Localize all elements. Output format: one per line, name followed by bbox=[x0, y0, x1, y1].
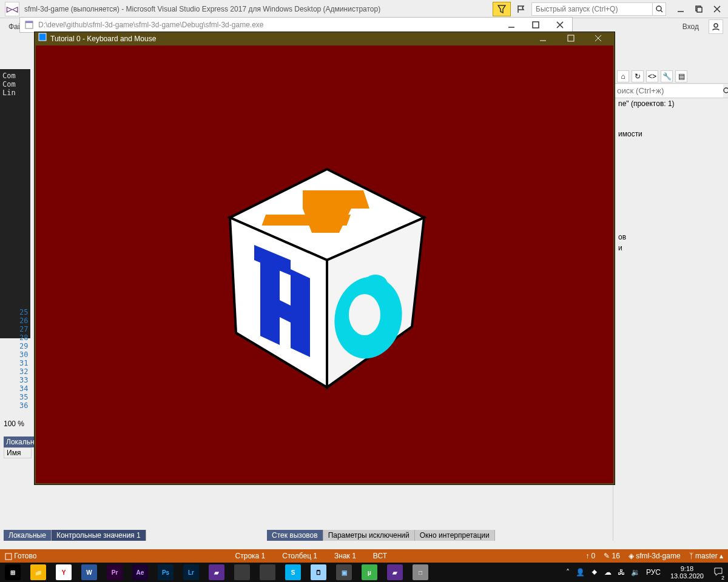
tray-volume-icon[interactable]: 🔉 bbox=[631, 568, 640, 577]
taskbar-app-photoshop[interactable]: Ps bbox=[158, 564, 174, 580]
search-icon[interactable] bbox=[723, 84, 728, 98]
svg-rect-15 bbox=[262, 215, 351, 226]
feedback-flag-icon[interactable] bbox=[513, 2, 529, 16]
svg-rect-5 bbox=[5, 554, 12, 560]
home-icon[interactable]: ⌂ bbox=[617, 70, 629, 82]
console-path: D:\devel\github\sfml-3d-game\sfml-3d-gam… bbox=[38, 21, 499, 29]
locals-name-header: Имя bbox=[4, 447, 32, 458]
solution-node[interactable]: ов bbox=[613, 232, 728, 242]
svg-rect-10 bbox=[568, 35, 574, 41]
game-viewport[interactable] bbox=[36, 45, 613, 483]
tray-lang[interactable]: РУС bbox=[646, 568, 661, 577]
line-number: 29 bbox=[19, 342, 28, 350]
console-minimize-button[interactable] bbox=[499, 18, 524, 32]
editor-zoom[interactable]: 100 % bbox=[4, 420, 24, 428]
taskbar-app-lightroom[interactable]: Lr bbox=[183, 564, 199, 580]
notifications-funnel-icon[interactable] bbox=[493, 2, 511, 16]
taskbar-app-sfml-running[interactable]: □ bbox=[413, 564, 428, 580]
svg-point-21 bbox=[349, 294, 380, 335]
tray-network-icon[interactable]: 🖧 bbox=[618, 568, 625, 577]
status-branch[interactable]: ᛉ master ▴ bbox=[689, 549, 723, 563]
properties-icon[interactable]: 🔧 bbox=[661, 70, 673, 82]
tray-clock[interactable]: 9:18 13.03.2020 bbox=[667, 565, 707, 580]
cube-render bbox=[212, 163, 442, 393]
solution-projects[interactable]: ne" (проектов: 1) bbox=[613, 98, 728, 109]
game-maximize-button[interactable] bbox=[558, 32, 584, 44]
taskbar-app-terminal[interactable]: ▣ bbox=[336, 564, 352, 580]
line-number: 28 bbox=[19, 333, 28, 342]
status-line: Строка 1 bbox=[235, 549, 266, 563]
debug-tabs-right: Стек вызовов Параметры исключений Окно и… bbox=[267, 530, 495, 541]
publish-edits[interactable]: ✎ 16 bbox=[604, 549, 620, 563]
game-window: Tutorial 0 - Keyboard and Mouse bbox=[34, 32, 615, 485]
console-close-button[interactable] bbox=[548, 18, 572, 32]
taskbar-app-vs-running[interactable]: ▰ bbox=[387, 564, 403, 580]
maximize-button[interactable] bbox=[690, 2, 707, 16]
user-icon[interactable] bbox=[709, 19, 723, 34]
taskbar-app-pycharm[interactable] bbox=[234, 564, 250, 580]
login-link[interactable]: Вход bbox=[679, 18, 703, 35]
status-project-name: sfml-3d-game bbox=[636, 552, 680, 560]
console-maximize-button[interactable] bbox=[524, 18, 548, 32]
show-all-icon[interactable]: ▤ bbox=[675, 70, 687, 82]
console-icon bbox=[22, 18, 36, 32]
line-number: 27 bbox=[19, 325, 28, 333]
taskbar-app-aftereffects[interactable]: Ae bbox=[132, 564, 148, 580]
solution-search-input[interactable] bbox=[613, 84, 723, 98]
svg-point-22 bbox=[363, 275, 388, 294]
game-titlebar: Tutorial 0 - Keyboard and Mouse bbox=[35, 32, 615, 45]
taskbar-app-skype[interactable]: S bbox=[285, 564, 301, 580]
search-icon[interactable] bbox=[653, 2, 666, 16]
tab-watch[interactable]: Контрольные значения 1 bbox=[52, 530, 146, 541]
status-branch-name: master bbox=[695, 552, 718, 560]
solution-deps[interactable]: имости bbox=[613, 129, 728, 139]
close-button[interactable] bbox=[709, 2, 726, 16]
game-close-button[interactable] bbox=[585, 32, 611, 44]
line-number: 33 bbox=[19, 376, 28, 384]
svg-rect-2 bbox=[697, 7, 702, 12]
status-col: Столбец 1 bbox=[282, 549, 317, 563]
taskbar-app-premiere[interactable]: Pr bbox=[107, 564, 123, 580]
tray-dropbox-icon[interactable]: ⯁ bbox=[591, 568, 598, 577]
game-icon bbox=[38, 32, 47, 45]
publish-up-count: 0 bbox=[592, 552, 596, 560]
taskbar-app-word[interactable]: W bbox=[81, 564, 97, 580]
svg-rect-9 bbox=[39, 33, 46, 41]
status-ready: Готово bbox=[5, 549, 36, 563]
game-minimize-button[interactable] bbox=[530, 32, 556, 44]
tray-notifications-icon[interactable]: 2 bbox=[713, 567, 723, 578]
line-number: 25 bbox=[19, 308, 28, 316]
tab-immediate[interactable]: Окно интерпретации bbox=[415, 530, 495, 541]
refresh-icon[interactable]: ↻ bbox=[632, 70, 644, 82]
status-project[interactable]: ◈ sfml-3d-game bbox=[629, 549, 681, 563]
system-tray: ˄ 👤 ⯁ ☁ 🖧 🔉 РУС 9:18 13.03.2020 2 bbox=[561, 565, 728, 580]
tray-cloud-icon[interactable]: ☁ bbox=[604, 568, 612, 577]
minimize-button[interactable] bbox=[672, 2, 689, 16]
solution-node[interactable]: и bbox=[613, 242, 728, 253]
svg-rect-8 bbox=[533, 22, 539, 28]
taskbar-app-start[interactable]: ⊞ bbox=[5, 564, 21, 580]
taskbar-app-yandex[interactable]: Y bbox=[56, 564, 72, 580]
game-title: Tutorial 0 - Keyboard and Mouse bbox=[50, 32, 530, 45]
tab-exceptions[interactable]: Параметры исключений bbox=[323, 530, 415, 541]
line-number: 26 bbox=[19, 316, 28, 325]
tray-people-icon[interactable]: 👤 bbox=[576, 568, 585, 577]
taskbar-app-utorrent[interactable]: µ bbox=[362, 564, 377, 580]
taskbar-app-explorer[interactable]: 📁 bbox=[30, 564, 46, 580]
status-ready-label: Готово bbox=[14, 552, 36, 560]
taskbar-app-visualstudio[interactable]: ▰ bbox=[209, 564, 224, 580]
svg-point-4 bbox=[724, 88, 728, 93]
editor-line-numbers: 252627282930313233343536 bbox=[19, 308, 28, 410]
line-number: 32 bbox=[19, 367, 28, 376]
debug-tabs-left: Локальные Контрольные значения 1 bbox=[4, 530, 146, 541]
taskbar-app-notes[interactable]: 🗒 bbox=[311, 564, 326, 580]
tab-locals[interactable]: Локальные bbox=[4, 530, 52, 541]
svg-rect-7 bbox=[25, 21, 33, 23]
taskbar-app-intellij[interactable] bbox=[260, 564, 275, 580]
publish-up[interactable]: ↑ 0 bbox=[585, 549, 595, 563]
tray-chevron-icon[interactable]: ˄ bbox=[566, 568, 570, 577]
quick-launch-input[interactable] bbox=[531, 2, 653, 16]
tray-date: 13.03.2020 bbox=[670, 572, 704, 580]
view-code-icon[interactable]: <> bbox=[646, 70, 658, 82]
tab-callstack[interactable]: Стек вызовов bbox=[267, 530, 323, 541]
